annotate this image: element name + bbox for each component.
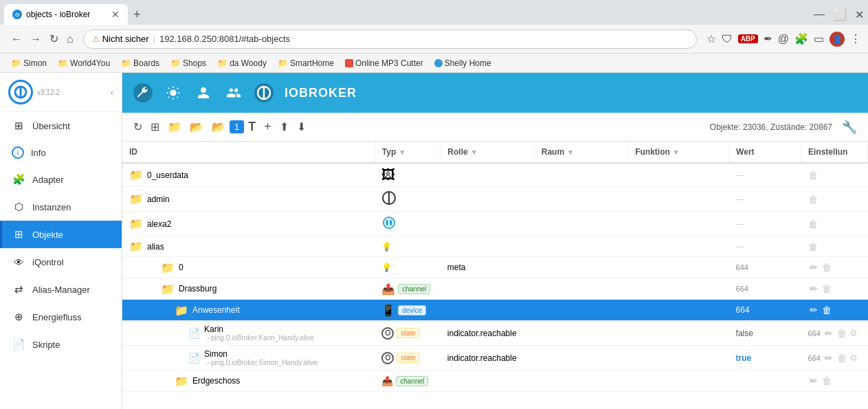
delete-button[interactable]: 🗑 — [822, 262, 832, 273]
table-row[interactable]: 📁 0_userdata 🖼 — 🗑 — [122, 163, 868, 187]
table-row[interactable]: 📁 alexa2 — [122, 212, 868, 236]
sidebar-item-info[interactable]: i Info — [0, 140, 122, 166]
bookmark-simon[interactable]: 📁 Simon — [7, 57, 51, 69]
bookmark-boards[interactable]: 📁 Boards — [117, 57, 164, 69]
bookmark-shops[interactable]: 📁 Shops — [166, 57, 210, 69]
sidebar-label-iqontrol: iQontrol — [32, 257, 64, 267]
eye-icon: 👁 — [12, 255, 25, 269]
bookmark-star-icon[interactable]: ☆ — [706, 32, 716, 45]
bookmark-shellyhome[interactable]: Shelly Home — [430, 57, 496, 69]
tab-bar-controls: — ⬜ ✕ — [814, 8, 864, 21]
delete-button[interactable]: 🗑 — [822, 283, 832, 294]
menu-button[interactable]: ⋮ — [850, 32, 861, 45]
bookmark-dawoody[interactable]: 📁 da Woody — [213, 57, 271, 69]
header-icon-people[interactable] — [224, 83, 243, 102]
download-button[interactable]: ⬇ — [293, 118, 310, 136]
forward-button[interactable]: → — [26, 30, 45, 48]
extension-icon-1[interactable]: ✒ — [764, 32, 772, 45]
delete-button[interactable]: 🗑 — [822, 305, 832, 316]
table-row-selected[interactable]: 📁 Anwesenheit 📱 device — [122, 300, 868, 321]
type-badge-label: state — [397, 353, 420, 363]
sidebar-item-objekte[interactable]: ⊞ Objekte — [0, 221, 122, 248]
sidebar-item-alias-manager[interactable]: ⇄ Alias-Manager — [0, 276, 122, 303]
edit-button[interactable]: ✏ — [823, 327, 834, 340]
edit-button[interactable]: ✏ — [823, 351, 834, 365]
type-badge-device: 📱 device — [381, 304, 434, 317]
bookmark-label: Shelly Home — [445, 58, 491, 68]
edit-button[interactable]: ✏ — [808, 303, 819, 317]
settings-button[interactable]: ⚙ — [849, 328, 858, 338]
maximize-button[interactable]: ⬜ — [833, 8, 847, 21]
sidebar-item-energiefluss[interactable]: ⊕ Energiefluss — [0, 303, 122, 331]
extension-icon-2[interactable]: @ — [778, 33, 789, 45]
sidebar-collapse-button[interactable]: ‹ — [111, 87, 113, 98]
sidebar-item-uebersicht[interactable]: ⊞ Übersicht — [0, 112, 122, 140]
table-row[interactable]: 📁 Drassburg 📤 channel — [122, 278, 868, 300]
row-id-label: Karin — [204, 324, 314, 334]
sidebar-item-adapter[interactable]: 🧩 Adapter — [0, 166, 122, 193]
sidebar-item-instanzen[interactable]: ⬡ Instanzen — [0, 193, 122, 221]
home-button[interactable]: ⌂ — [63, 30, 78, 48]
layers-icon: ⬡ — [12, 200, 25, 214]
header-icon-brightness[interactable] — [164, 83, 183, 102]
header-icon-person[interactable] — [194, 83, 213, 102]
sidebar-label-alias-manager: Alias-Manager — [32, 285, 90, 295]
wert-value: 664 — [736, 285, 748, 293]
col-header-wert: Wert — [729, 142, 801, 163]
refresh-button[interactable]: ↻ — [45, 30, 63, 48]
active-tab[interactable]: O objects - ioBroker ✕ — [4, 4, 128, 25]
wrench-settings-button[interactable]: 🔧 — [838, 117, 861, 137]
delete-button[interactable]: 🗑 — [837, 353, 847, 364]
url-display[interactable]: 192.168.0.250:8081/#tab-objects — [159, 34, 290, 44]
extensions-button[interactable]: 🧩 — [794, 32, 808, 45]
bookmark-smarthome[interactable]: 📁 SmartHome — [274, 57, 338, 69]
folder-icon: 📁 — [129, 192, 143, 206]
edit-button[interactable]: ✏ — [808, 374, 819, 388]
sidebar-item-skripte[interactable]: 📄 Skripte — [0, 331, 122, 358]
sidebar: v3.12.2 ‹ ⊞ Übersicht i Info 🧩 Adapter ⬡… — [0, 73, 122, 409]
minimize-button[interactable]: — — [814, 8, 825, 21]
sidebar-item-iqontrol[interactable]: 👁 iQontrol — [0, 248, 122, 276]
delete-button[interactable]: 🗑 — [808, 219, 818, 230]
new-tab-button[interactable]: + — [131, 5, 144, 25]
table-row[interactable]: 📁 Erdgeschoss 📤 channel — [122, 371, 868, 392]
tab-close-button[interactable]: ✕ — [111, 9, 120, 20]
header-icon-iobroker[interactable] — [254, 83, 274, 102]
settings-button[interactable]: ⚙ — [849, 353, 858, 363]
address-bar[interactable]: ⚠ Nicht sicher | 192.168.0.250:8081/#tab… — [83, 30, 697, 49]
folder-special-button[interactable]: 📂 — [208, 118, 230, 136]
folder-open-button[interactable]: 📂 — [186, 118, 208, 136]
delete-button[interactable]: 🗑 — [822, 375, 832, 386]
edit-button[interactable]: ✏ — [808, 261, 819, 274]
folder-closed-button[interactable]: 📁 — [164, 118, 186, 136]
row-id-label: Erdgeschoss — [192, 376, 240, 386]
edit-button[interactable]: ✏ — [808, 282, 819, 296]
delete-button[interactable]: 🗑 — [837, 328, 847, 339]
table-row[interactable]: 📁 alias 💡 — 🗑 — [122, 236, 868, 257]
table-row[interactable]: 📁 admin — [122, 187, 868, 212]
sidebar-toggle[interactable]: ▭ — [814, 32, 824, 45]
delete-button[interactable]: 🗑 — [808, 194, 818, 205]
close-window-button[interactable]: ✕ — [855, 8, 864, 21]
back-button[interactable]: ← — [7, 30, 26, 48]
table-row[interactable]: 📁 0 💡 meta 644 ✏ 🗑 — [122, 257, 868, 278]
wert-value: — — [736, 219, 744, 229]
add-object-button[interactable]: + — [260, 117, 276, 137]
upload-button[interactable]: ⬆ — [276, 118, 293, 136]
wert-value: — — [736, 195, 744, 204]
view-columns-button[interactable]: ⊞ — [146, 118, 164, 136]
font-size-button[interactable]: T — [244, 117, 260, 137]
info-icon: i — [12, 146, 24, 159]
rolle-value: indicator.reachable — [447, 329, 517, 338]
delete-button[interactable]: 🗑 — [808, 170, 818, 181]
bookmark-world4you[interactable]: 📁 World4You — [54, 57, 114, 69]
delete-button[interactable]: 🗑 — [808, 241, 818, 252]
profile-icon[interactable]: 👤 — [830, 32, 845, 47]
refresh-objects-button[interactable]: ↻ — [129, 118, 146, 136]
header-icon-wrench[interactable] — [133, 83, 153, 102]
badge-button[interactable]: 1 — [230, 120, 244, 133]
table-row[interactable]: 📄 Karin →ping.0.ioBroker.Karin_Handy.ali… — [122, 321, 868, 346]
objects-table-container[interactable]: ID Typ▼ Rolle▼ Raum▼ Funktion▼ — [122, 142, 868, 409]
table-row[interactable]: 📄 Simon →ping.0.ioBroker.Simon_Handy.ali… — [122, 346, 868, 371]
bookmark-mp3cutter[interactable]: Online MP3 Cutter — [341, 57, 427, 69]
